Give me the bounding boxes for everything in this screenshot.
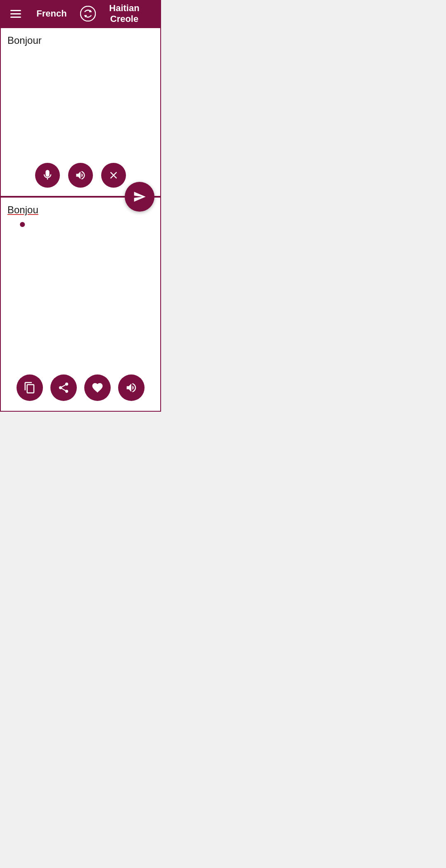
output-section: Bonjou ● xyxy=(0,197,161,412)
source-language-label[interactable]: French xyxy=(23,8,80,19)
output-controls-bar xyxy=(1,366,160,411)
send-icon xyxy=(133,190,146,203)
swap-languages-button[interactable] xyxy=(80,6,96,21)
water-drop-icon: ● xyxy=(7,216,154,231)
svg-point-0 xyxy=(81,6,95,21)
microphone-icon xyxy=(42,169,53,181)
speak-output-button[interactable] xyxy=(118,374,145,401)
speak-input-button[interactable] xyxy=(68,163,93,188)
heart-icon xyxy=(91,382,104,394)
hamburger-icon xyxy=(10,13,21,14)
clear-input-button[interactable] xyxy=(101,163,126,188)
favorite-button[interactable] xyxy=(84,374,111,401)
copy-icon xyxy=(24,382,36,394)
copy-button[interactable] xyxy=(17,374,43,401)
translated-text: Bonjou xyxy=(7,204,38,215)
source-text-input[interactable]: Bonjour xyxy=(1,28,160,156)
speaker-icon xyxy=(75,169,86,181)
hamburger-icon xyxy=(10,10,21,11)
menu-button[interactable] xyxy=(8,8,23,20)
swap-icon xyxy=(80,6,96,21)
output-spacer xyxy=(1,231,160,366)
translate-button[interactable] xyxy=(125,182,154,212)
app-header: French Haitian Creole xyxy=(0,0,161,27)
close-icon xyxy=(108,169,119,181)
share-icon xyxy=(57,382,70,394)
microphone-button[interactable] xyxy=(35,163,60,188)
hamburger-icon xyxy=(10,17,21,18)
target-language-label[interactable]: Haitian Creole xyxy=(96,3,153,24)
volume-icon xyxy=(125,382,138,394)
input-section: Bonjour xyxy=(0,27,161,197)
share-button[interactable] xyxy=(50,374,77,401)
